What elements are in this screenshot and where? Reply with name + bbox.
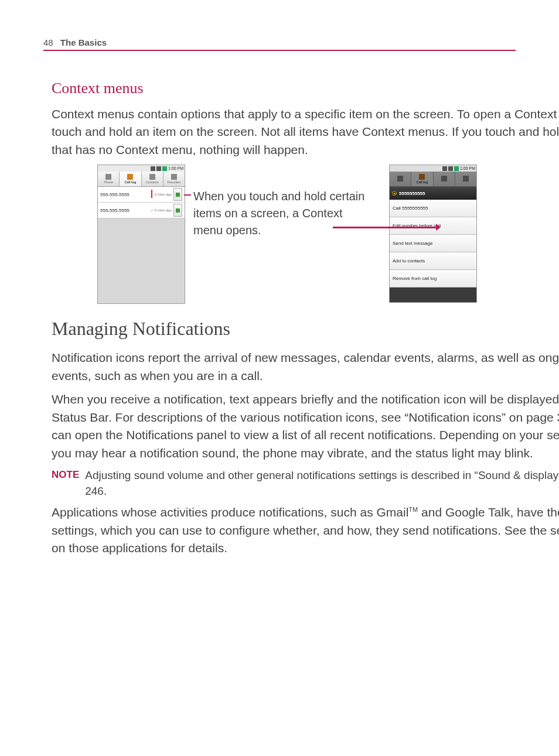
tab-favorites bbox=[455, 172, 476, 186]
star-icon bbox=[463, 176, 469, 182]
subheading-context-menus: Context menus bbox=[52, 80, 559, 97]
status-bar: 1:00 PM bbox=[98, 165, 185, 172]
ctx-item-call[interactable]: Call 5555555555 bbox=[390, 200, 476, 217]
tabs: Phone Call log Contacts Favorites bbox=[98, 172, 185, 187]
figure-caption: When you touch and hold certain items on… bbox=[193, 188, 369, 239]
status-time: 1:00 PM bbox=[460, 166, 475, 170]
status-icon bbox=[156, 166, 161, 171]
call-log-row[interactable]: 555-555-5555 0 mins ago bbox=[98, 187, 185, 203]
note-label: NOTE bbox=[52, 468, 79, 499]
tab-phone[interactable]: Phone bbox=[98, 172, 120, 186]
para-notif-1: Notification icons report the arrival of… bbox=[52, 349, 559, 385]
note-block: NOTE Adjusting sound volume and other ge… bbox=[52, 468, 559, 499]
ctx-item-add-contact[interactable]: Add to contacts bbox=[390, 252, 476, 270]
contacts-icon bbox=[441, 176, 447, 182]
para-context-menus: Context menus contain options that apply… bbox=[52, 105, 559, 159]
note-text: Adjusting sound volume and other general… bbox=[85, 468, 559, 499]
status-icon bbox=[448, 166, 453, 171]
row-number: 555-555-5555 bbox=[100, 192, 149, 197]
status-bar: 1:00 PM bbox=[390, 165, 476, 172]
tab-contacts[interactable]: Contacts bbox=[142, 172, 163, 186]
star-icon bbox=[171, 174, 177, 180]
row-time: 0 mins ago bbox=[155, 208, 172, 212]
heading-managing-notifications: Managing Notifications bbox=[52, 318, 559, 340]
tab-call-log[interactable]: Call log bbox=[120, 172, 141, 186]
call-button[interactable] bbox=[173, 188, 182, 201]
dim-area bbox=[390, 288, 476, 302]
empty-area bbox=[98, 218, 185, 303]
status-time: 1:00 PM bbox=[168, 166, 183, 170]
section-name: The Basics bbox=[60, 37, 107, 47]
callout-arrow-icon bbox=[436, 224, 441, 231]
tab-favorites[interactable]: Favorites bbox=[163, 172, 185, 186]
contacts-icon bbox=[149, 174, 155, 180]
context-menu-title: 5555555555 bbox=[390, 187, 476, 200]
phone-mock-call-log: 1:00 PM Phone Call log Contacts Favorite… bbox=[97, 165, 185, 304]
tabs-dimmed: Call log bbox=[390, 172, 476, 187]
tab-phone bbox=[390, 172, 411, 186]
page-header: 48 The Basics bbox=[43, 37, 516, 51]
phone-icon bbox=[176, 193, 180, 197]
phone-icon bbox=[397, 176, 403, 182]
row-number: 555-555-5555 bbox=[100, 208, 148, 213]
ctx-item-send-text[interactable]: Send text message bbox=[390, 235, 476, 252]
tab-contacts bbox=[434, 172, 455, 186]
phone-mock-context-menu: 1:00 PM Call log 5555555555 Call 5555555… bbox=[389, 165, 477, 303]
battery-icon bbox=[454, 166, 459, 171]
context-menu-number: 5555555555 bbox=[399, 191, 425, 196]
tab-call-log: Call log bbox=[411, 172, 433, 186]
para3-a: Applications whose activities produce no… bbox=[52, 505, 408, 519]
phone-icon bbox=[176, 208, 180, 213]
row-time: 0 mins ago bbox=[155, 193, 172, 196]
status-icon bbox=[151, 166, 155, 171]
target-icon bbox=[392, 191, 397, 196]
missed-indicator-icon bbox=[151, 190, 152, 198]
battery-icon bbox=[162, 166, 167, 171]
call-log-icon bbox=[419, 174, 425, 180]
callout-line bbox=[333, 227, 437, 228]
call-log-row[interactable]: 555-555-5555 ↗ 0 mins ago bbox=[98, 203, 185, 218]
outgoing-icon: ↗ bbox=[150, 208, 153, 213]
page-number: 48 bbox=[43, 37, 53, 47]
status-icon bbox=[442, 166, 447, 171]
para-notif-3: Applications whose activities produce no… bbox=[52, 504, 559, 557]
trademark-sup: TM bbox=[408, 506, 418, 513]
para-notif-2: When you receive a notification, text ap… bbox=[52, 391, 559, 462]
figure-context-menu: 1:00 PM Phone Call log Contacts Favorite… bbox=[97, 165, 559, 304]
call-button[interactable] bbox=[173, 204, 182, 217]
call-log-icon bbox=[127, 174, 133, 180]
ctx-item-remove[interactable]: Remove from call log bbox=[390, 270, 476, 288]
phone-icon bbox=[105, 174, 111, 180]
